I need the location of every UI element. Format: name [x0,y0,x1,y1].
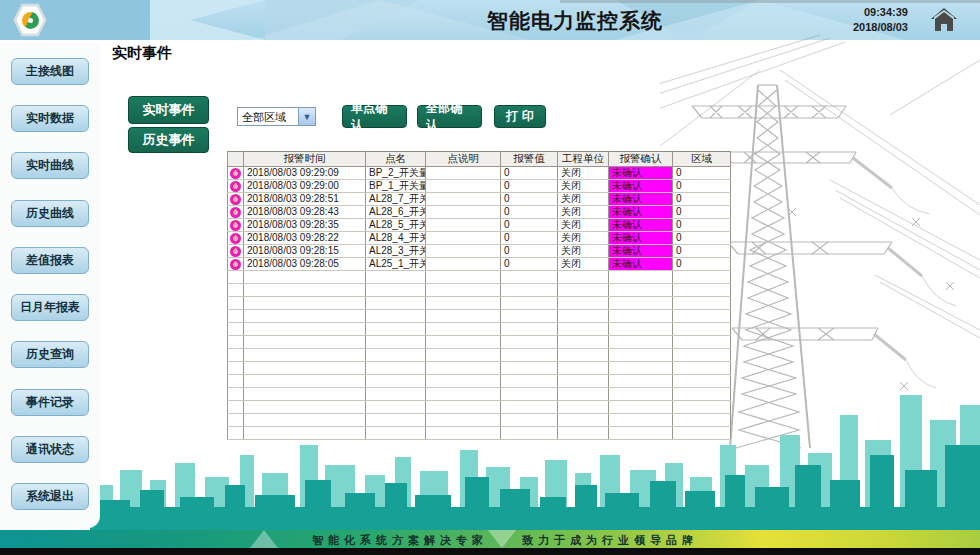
cell-value: 0 [501,193,558,206]
event-table: 报警时间点名点说明报警值工程单位报警确认区域 !2018/08/03 09:29… [227,151,731,440]
logo-mark [22,12,39,29]
footer-deco-triangle [250,530,278,548]
table-row[interactable]: !2018/08/03 09:28:15AL28_3_开关量 0关闭未确认0 [228,245,731,258]
page-title: 实时事件 [112,44,172,63]
cell-value: 0 [501,167,558,180]
cell-point: AL28_3_开关量 [366,245,426,258]
cell-time: 2018/08/03 09:29:09 [244,167,366,180]
cell-region: 0 [673,219,731,232]
clock-time: 09:34:39 [853,5,908,20]
column-header [228,152,244,167]
cell-point: AL28_5_开关量 [366,219,426,232]
single-confirm-button[interactable]: 单点确认 [342,105,407,128]
alarm-icon: ! [230,181,241,192]
confirm-all-button[interactable]: 全部确认 [417,105,482,128]
cell-ack: 未确认 [609,219,673,232]
cell-ack: 未确认 [609,206,673,219]
cell-value: 0 [501,258,558,271]
sidebar-item-diff-report[interactable]: 差值报表 [11,247,89,274]
region-select[interactable]: 全部区域 ▼ [237,107,316,126]
footer-slogan-left: 智能化系统方案解决专家 [312,533,488,548]
column-header: 报警时间 [244,152,366,167]
cell-region: 0 [673,232,731,245]
cell-desc [426,258,501,271]
table-row-empty [228,310,731,323]
cell-desc [426,232,501,245]
cell-point: AL28_7_开关量 [366,193,426,206]
cell-region: 0 [673,193,731,206]
alarm-icon: ! [230,207,241,218]
app-title: 智能电力监控系统 [487,7,663,35]
cell-value: 0 [501,219,558,232]
sidebar-item-system-exit[interactable]: 系统退出 [11,483,89,510]
cell-desc [426,193,501,206]
table-row[interactable]: !2018/08/03 09:29:00BP_1_开关量 0关闭未确认0 [228,180,731,193]
column-header: 点名 [366,152,426,167]
sidebar-item-main-diagram[interactable]: 主接线图 [11,58,89,85]
alarm-icon-cell: ! [228,206,244,219]
column-header: 报警确认 [609,152,673,167]
table-row-empty [228,297,731,310]
sidebar-item-history-query[interactable]: 历史查询 [11,341,89,368]
cell-desc [426,206,501,219]
cell-value: 0 [501,180,558,193]
table-row-empty [228,427,731,440]
cell-time: 2018/08/03 09:28:15 [244,245,366,258]
tab-realtime-events[interactable]: 实时事件 [128,96,209,124]
table-row[interactable]: !2018/08/03 09:29:09BP_2_开关量 0关闭未确认0 [228,167,731,180]
alarm-icon-cell: ! [228,219,244,232]
column-header: 点说明 [426,152,501,167]
cell-unit: 关闭 [558,193,609,206]
cell-time: 2018/08/03 09:28:43 [244,206,366,219]
table-row[interactable]: !2018/08/03 09:28:22AL28_4_开关量 0关闭未确认0 [228,232,731,245]
print-button[interactable]: 打 印 [494,105,546,128]
table-row-empty [228,388,731,401]
footer-slogan-right: 致力于成为行业领导品牌 [522,533,698,548]
sidebar-item-history-curve[interactable]: 历史曲线 [11,200,89,227]
cell-ack: 未确认 [609,193,673,206]
cell-point: BP_1_开关量 [366,180,426,193]
sidebar-item-realtime-data[interactable]: 实时数据 [11,105,89,132]
table-header-row: 报警时间点名点说明报警值工程单位报警确认区域 [228,152,731,167]
region-select-value: 全部区域 [238,108,298,125]
alarm-icon-cell: ! [228,232,244,245]
logo-hexagon [16,6,44,34]
alarm-icon: ! [230,246,241,257]
cell-time: 2018/08/03 09:29:00 [244,180,366,193]
table-row[interactable]: !2018/08/03 09:28:35AL28_5_开关量 0关闭未确认0 [228,219,731,232]
sidebar-item-period-report[interactable]: 日月年报表 [11,294,89,321]
alarm-icon: ! [230,168,241,179]
table-row[interactable]: !2018/08/03 09:28:51AL28_7_开关量 0关闭未确认0 [228,193,731,206]
cell-ack: 未确认 [609,258,673,271]
cell-unit: 关闭 [558,258,609,271]
sidebar-item-event-record[interactable]: 事件记录 [11,389,89,416]
footer-deco-triangle [488,530,516,548]
cell-desc [426,167,501,180]
cell-ack: 未确认 [609,180,673,193]
cell-value: 0 [501,245,558,258]
alarm-icon-cell: ! [228,180,244,193]
cell-unit: 关闭 [558,167,609,180]
cell-unit: 关闭 [558,245,609,258]
sidebar-item-comm-status[interactable]: 通讯状态 [11,436,89,463]
cell-point: BP_2_开关量 [366,167,426,180]
cell-ack: 未确认 [609,245,673,258]
cell-region: 0 [673,167,731,180]
alarm-icon-cell: ! [228,193,244,206]
table-row[interactable]: !2018/08/03 09:28:05AL25_1_开关量 0关闭未确认0 [228,258,731,271]
cell-point: AL28_6_开关量 [366,206,426,219]
sidebar-item-realtime-curve[interactable]: 实时曲线 [11,152,89,179]
cell-value: 0 [501,206,558,219]
column-header: 区域 [673,152,731,167]
tab-history-events[interactable]: 历史事件 [128,127,209,153]
cell-desc [426,245,501,258]
table-row-empty [228,362,731,375]
cell-point: AL28_4_开关量 [366,232,426,245]
table-row-empty [228,401,731,414]
alarm-icon: ! [230,259,241,270]
cell-region: 0 [673,180,731,193]
table-row[interactable]: !2018/08/03 09:28:43AL28_6_开关量 0关闭未确认0 [228,206,731,219]
alarm-icon-cell: ! [228,258,244,271]
cell-unit: 关闭 [558,232,609,245]
table-row-empty [228,284,731,297]
